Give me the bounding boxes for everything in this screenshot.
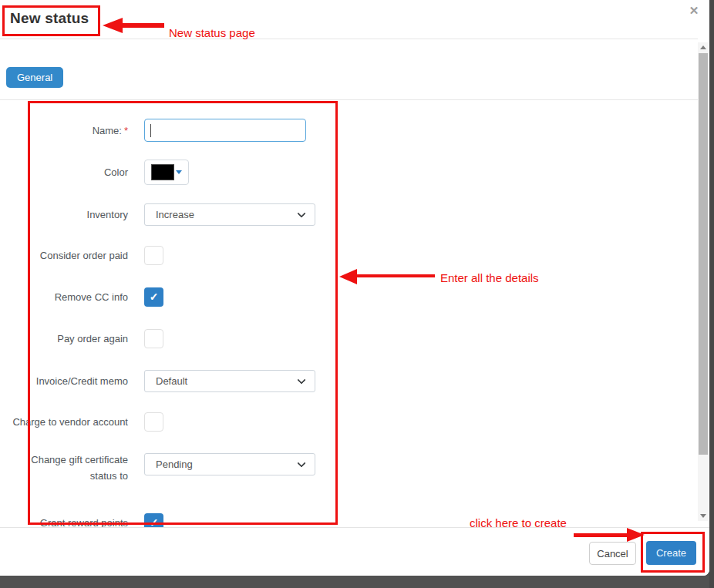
annotation-arrowhead-form — [339, 269, 357, 284]
header-divider — [0, 39, 698, 39]
invoice-credit-memo-select[interactable]: Default — [144, 370, 315, 392]
chevron-down-icon — [297, 209, 305, 217]
remove-cc-info-checkbox[interactable]: ✓ — [144, 287, 163, 307]
scrollbar-thumb[interactable] — [699, 53, 708, 455]
field-label: Charge to vendor account — [5, 414, 128, 430]
form-row-change-gift-certificate-status-to: Change gift certificate status toPending — [5, 441, 344, 487]
charge-to-vendor-account-checkbox[interactable] — [144, 412, 163, 432]
chevron-down-icon — [297, 375, 305, 384]
change-gift-certificate-status-to-select[interactable]: Pending — [144, 453, 315, 475]
text-cursor — [150, 124, 151, 137]
scroll-up-button[interactable] — [698, 42, 709, 52]
form-row-color: Color — [5, 149, 344, 195]
annotation-arrow-create — [574, 533, 628, 537]
form-row-name: Name:* — [5, 107, 344, 153]
field-label: Name:* — [5, 123, 128, 139]
inventory-select[interactable]: Increase — [144, 203, 315, 226]
dropdown-caret-icon — [176, 170, 182, 174]
modal-scrollbar[interactable] — [698, 42, 709, 521]
new-status-modal: New status ✕ General Name:*ColorInventor… — [0, 0, 709, 576]
annotation-arrowhead-title — [103, 18, 123, 33]
consider-order-paid-checkbox[interactable] — [144, 246, 163, 265]
color-swatch — [151, 164, 174, 180]
tabs-divider — [0, 99, 698, 100]
chevron-down-icon — [297, 459, 305, 467]
form-row-inventory: InventoryIncrease — [5, 191, 344, 237]
field-label: Change gift certificate status to — [5, 452, 128, 484]
field-label: Inventory — [5, 207, 128, 223]
field-label: Remove CC info — [5, 289, 128, 305]
scroll-down-button[interactable] — [698, 511, 709, 521]
form-row-remove-cc-info: Remove CC info✓ — [5, 274, 344, 320]
color-picker-button[interactable] — [144, 160, 189, 185]
page-backdrop-bottom — [0, 576, 709, 588]
field-label: Color — [5, 164, 128, 180]
pay-order-again-checkbox[interactable] — [144, 329, 163, 348]
field-label: Invoice/Credit memo — [5, 373, 128, 389]
name-input[interactable] — [144, 119, 306, 142]
annotation-note-title: New status page — [169, 26, 255, 39]
field-label: Consider order paid — [5, 247, 128, 264]
annotation-arrowhead-create — [627, 528, 645, 542]
form-row-invoice-credit-memo: Invoice/Credit memoDefault — [5, 358, 344, 404]
form-row-consider-order-paid: Consider order paid — [5, 232, 344, 278]
cancel-button[interactable]: Cancel — [589, 542, 636, 565]
required-asterisk: * — [124, 125, 128, 136]
scroll-down-icon — [700, 514, 706, 518]
annotation-note-form: Enter all the details — [440, 271, 539, 284]
page-backdrop-right — [709, 0, 714, 588]
scroll-up-icon — [700, 45, 706, 49]
field-label: Pay order again — [5, 331, 128, 347]
create-button[interactable]: Create — [646, 541, 696, 565]
form-row-pay-order-again: Pay order again — [5, 315, 344, 361]
annotation-arrow-title — [122, 23, 164, 28]
tab-general[interactable]: General — [6, 67, 63, 88]
annotation-note-create: click here to create — [470, 516, 567, 529]
annotation-arrow-form — [355, 274, 435, 277]
form-row-charge-to-vendor-account: Charge to vendor account — [5, 398, 344, 445]
close-icon[interactable]: ✕ — [687, 4, 701, 18]
page-title: New status — [10, 10, 89, 27]
